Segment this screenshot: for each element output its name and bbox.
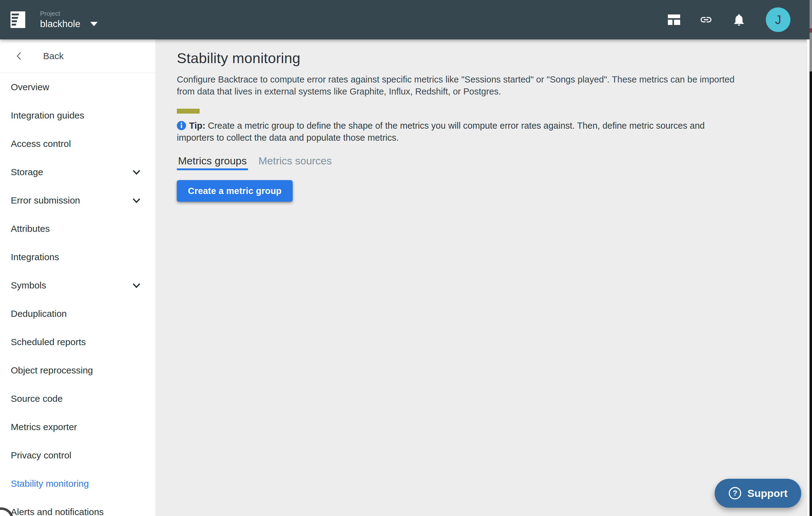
tab-metrics-groups[interactable]: Metrics groups [177, 155, 248, 170]
topbar-actions: J [668, 7, 790, 32]
main-content: Stability monitoring Configure Backtrace… [156, 39, 812, 516]
tabs: Metrics groupsMetrics sources [177, 155, 790, 170]
notifications-button[interactable] [732, 12, 746, 27]
sidebar-item-label: Symbols [11, 280, 46, 291]
sidebar-item-attributes[interactable]: Attributes [0, 215, 155, 243]
page-title: Stability monitoring [177, 50, 790, 66]
chevron-left-icon [15, 51, 23, 61]
sidebar-item-label: Privacy control [11, 450, 71, 461]
sidebar-item-label: Access control [11, 139, 71, 149]
sidebar-item-object-reprocessing[interactable]: Object reprocessing [0, 356, 155, 385]
sidebar-item-integrations[interactable]: Integrations [0, 243, 155, 271]
page-scrollbar-track[interactable] [807, 39, 810, 516]
tip-paragraph: Tip: Create a metric group to define the… [177, 120, 739, 144]
project-selector[interactable]: Project blackhole [40, 10, 98, 29]
support-label: Support [747, 487, 787, 499]
sidebar-item-privacy-control[interactable]: Privacy control [0, 441, 155, 469]
info-icon [177, 121, 186, 130]
caret-down-icon [90, 22, 98, 26]
avatar[interactable]: J [766, 7, 790, 32]
backtrace-logo[interactable] [10, 11, 25, 28]
sidebar-item-error-submission[interactable]: Error submission [0, 186, 155, 215]
top-app-bar: Project blackhole J [0, 0, 812, 39]
backtrace-logo-icon [10, 11, 25, 28]
sidebar-item-symbols[interactable]: Symbols [0, 271, 155, 300]
sidebar-item-overview[interactable]: Overview [0, 73, 155, 101]
svg-text:?: ? [733, 489, 737, 497]
chevron-down-icon [132, 170, 141, 175]
sidebar-item-label: Integrations [11, 252, 59, 262]
dashboard-button[interactable] [668, 14, 680, 25]
sidebar-item-label: Attributes [11, 223, 50, 234]
screen-edge-artifact [810, 0, 812, 516]
sidebar-item-label: Storage [11, 167, 43, 177]
link-icon [699, 13, 714, 26]
bell-icon [732, 12, 746, 27]
sidebar-item-label: Stability monitoring [11, 479, 89, 489]
project-label: Project [40, 10, 98, 17]
sidebar-item-access-control[interactable]: Access control [0, 130, 155, 158]
chevron-down-icon [132, 198, 141, 203]
section-divider [177, 109, 200, 114]
page-description: Configure Backtrace to compute error rat… [177, 73, 739, 98]
sidebar-item-label: Deduplication [11, 308, 67, 319]
share-link-button[interactable] [699, 13, 714, 26]
dashboard-icon [668, 14, 680, 25]
sidebar-item-label: Scheduled reports [11, 337, 86, 347]
sidebar-item-scheduled-reports[interactable]: Scheduled reports [0, 328, 155, 356]
sidebar-item-source-code[interactable]: Source code [0, 385, 155, 413]
chevron-down-icon [132, 283, 141, 288]
settings-sidebar: Back OverviewIntegration guidesAccess co… [0, 39, 156, 516]
back-label: Back [43, 51, 64, 61]
back-button[interactable]: Back [0, 39, 155, 73]
tip-label: Tip: [189, 121, 205, 130]
screen-edge-maroon [810, 28, 812, 33]
avatar-initial: J [775, 13, 781, 27]
sidebar-item-label: Error submission [11, 195, 80, 206]
sidebar-item-label: Overview [11, 82, 49, 92]
screen-edge-gray [810, 0, 812, 71]
sidebar-item-label: Metrics exporter [11, 422, 77, 432]
sidebar-item-deduplication[interactable]: Deduplication [0, 300, 155, 328]
sidebar-item-label: Alerts and notifications [11, 507, 104, 516]
sidebar-item-metrics-exporter[interactable]: Metrics exporter [0, 413, 155, 441]
create-metric-group-button[interactable]: Create a metric group [177, 180, 293, 202]
support-button[interactable]: ? Support [715, 479, 801, 508]
help-icon: ? [728, 486, 742, 500]
sidebar-item-stability-monitoring[interactable]: Stability monitoring [0, 469, 155, 498]
sidebar-item-label: Integration guides [11, 110, 84, 121]
sidebar-item-integration-guides[interactable]: Integration guides [0, 101, 155, 130]
sidebar-item-label: Object reprocessing [11, 365, 93, 375]
sidebar-item-label: Source code [11, 393, 62, 404]
sidebar-item-storage[interactable]: Storage [0, 158, 155, 186]
tab-metrics-sources[interactable]: Metrics sources [257, 155, 333, 170]
project-name: blackhole [40, 19, 80, 29]
tip-text: Create a metric group to define the shap… [177, 121, 705, 143]
settings-nav: OverviewIntegration guidesAccess control… [0, 73, 155, 516]
sidebar-item-alerts-and-notifications[interactable]: Alerts and notifications [0, 498, 155, 516]
